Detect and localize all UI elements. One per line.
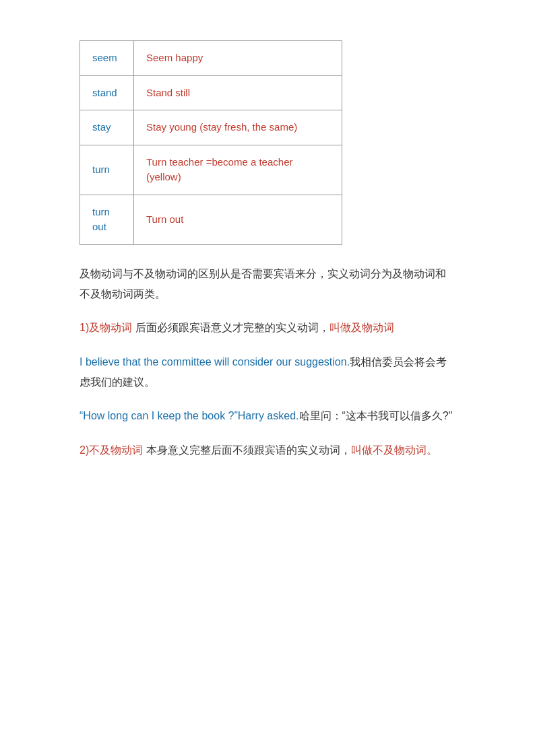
table-cell-word: stay <box>80 110 134 145</box>
p4-english: “How long can I keep the book ?”Harry as… <box>80 410 299 421</box>
p5-suffix: 本身意义完整后面不须跟宾语的实义动词， <box>143 444 350 456</box>
vocabulary-table: seem Seem happy stand Stand still stay S… <box>80 40 455 245</box>
p2-highlight: 叫做及物动词 <box>329 322 394 333</box>
paragraph-4: “How long can I keep the book ?”Harry as… <box>80 406 455 426</box>
table-cell-example: Seem happy <box>134 41 342 76</box>
paragraph-2: 1)及物动词 后面必须跟宾语意义才完整的实义动词，叫做及物动词 <box>80 318 455 338</box>
table-cell-example: Turn out <box>134 195 342 244</box>
p2-prefix: 1)及物动词 <box>80 322 132 333</box>
table-row: stay Stay young (stay fresh, the same) <box>80 110 342 145</box>
table-row: turn out Turn out <box>80 195 342 244</box>
p3-english: I believe that the committee will consid… <box>80 356 350 368</box>
paragraph-1: 及物动词与不及物动词的区别从是否需要宾语来分，实义动词分为及物动词和不及物动词两… <box>80 264 455 305</box>
table-cell-word: stand <box>80 75 134 110</box>
table-cell-word: turn out <box>80 195 134 244</box>
table-cell-word: turn <box>80 145 134 195</box>
table-row: turn Turn teacher =become a teacher (yel… <box>80 145 342 195</box>
p2-suffix: 后面必须跟宾语意义才完整的实义动词， <box>132 322 329 333</box>
p5-highlight: 叫做不及物动词。 <box>351 444 437 456</box>
paragraph-3: I believe that the committee will consid… <box>80 352 455 393</box>
table-cell-example: Turn teacher =become a teacher (yellow) <box>134 145 342 195</box>
table-cell-word: seem <box>80 41 134 76</box>
paragraph-5: 2)不及物动词 本身意义完整后面不须跟宾语的实义动词，叫做不及物动词。 <box>80 440 455 460</box>
table-row: seem Seem happy <box>80 41 342 76</box>
table-cell-example: Stand still <box>134 75 342 110</box>
table-row: stand Stand still <box>80 75 342 110</box>
table-cell-example: Stay young (stay fresh, the same) <box>134 110 342 145</box>
p4-chinese: 哈里问：“这本书我可以借多久?" <box>299 410 453 421</box>
paragraph-1-text: 及物动词与不及物动词的区别从是否需要宾语来分，实义动词分为及物动词和不及物动词两… <box>80 268 446 300</box>
p5-prefix: 2)不及物动词 <box>80 444 143 456</box>
